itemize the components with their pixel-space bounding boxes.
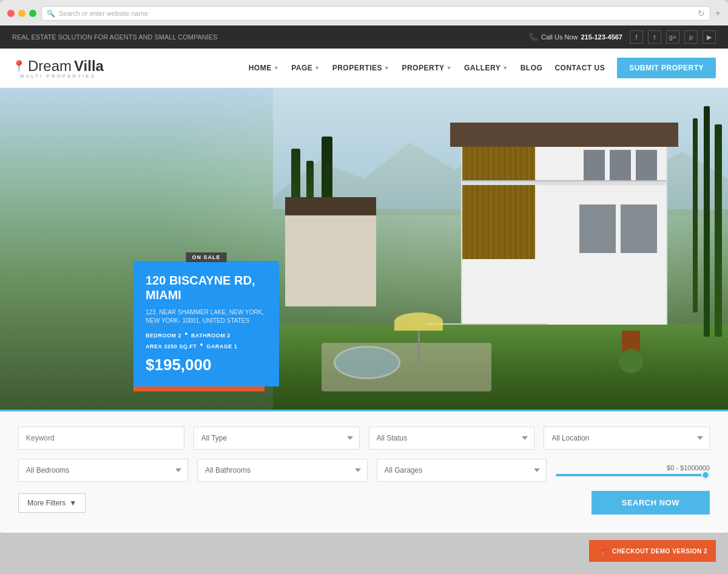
garage-label: GARAGE 1 <box>206 343 237 349</box>
plant-pot <box>622 331 643 373</box>
on-sale-badge: ON SALE <box>186 252 226 262</box>
checkout-demo-button[interactable]: 📍 CHECKOUT DEMO VERSION 2 <box>589 540 716 562</box>
facebook-icon[interactable]: f <box>630 30 643 44</box>
close-dot[interactable] <box>7 10 15 17</box>
nav-contact-us[interactable]: CONTACT US <box>554 64 605 72</box>
nav-home[interactable]: HOME ▼ <box>249 64 279 72</box>
area-feature: AREA 3250 SQ.FT <box>146 343 197 349</box>
property-title: 120 BISCAYNE RD, MIAMI <box>146 273 267 302</box>
bamboo-2 <box>704 106 710 337</box>
search-section: All Type House Apartment Office Land All… <box>0 410 728 533</box>
twitter-icon[interactable]: t <box>648 30 661 44</box>
search-row-1: All Type House Apartment Office Land All… <box>18 427 710 450</box>
nav-home-arrow: ▼ <box>274 65 279 71</box>
balcony <box>462 180 666 185</box>
price-range-container: $0 - $1000000 <box>556 464 710 476</box>
browser-dots <box>7 10 36 17</box>
window-1 <box>584 150 605 180</box>
price-slider[interactable] <box>556 474 710 476</box>
minimize-dot[interactable] <box>18 10 25 17</box>
logo-subtitle: MULTI PROPERTIES <box>12 73 104 79</box>
browser-titlebar: 🔍 Search or enter website name ↻ + <box>0 6 728 25</box>
property-card: ON SALE 120 BISCAYNE RD, MIAMI 123, NEAR… <box>133 261 279 387</box>
window-2 <box>610 150 631 180</box>
umbrella-pole <box>418 331 420 361</box>
area-label: AREA 3250 SQ.FT <box>146 343 197 349</box>
feature-separator-1 <box>185 333 187 335</box>
window-3 <box>636 150 657 180</box>
logo-main: 📍 DreamVilla <box>12 58 104 75</box>
more-filters-arrow: ▼ <box>69 499 76 507</box>
garages-select[interactable]: All Garages 123+ <box>377 459 547 482</box>
bamboo-1 <box>715 124 722 337</box>
nav-properties-arrow: ▼ <box>384 65 389 71</box>
phone-icon: 📞 <box>529 33 538 41</box>
more-filters-button[interactable]: More Filters ▼ <box>18 493 86 513</box>
plant-foliage <box>619 349 643 373</box>
nav-blog[interactable]: BLOG <box>521 64 543 72</box>
property-price: $195,000 <box>146 356 267 374</box>
keyword-input[interactable] <box>18 427 184 450</box>
bathrooms-select[interactable]: All Bathrooms 1234+ <box>197 459 367 482</box>
location-select[interactable]: All Location New York Miami Los Angeles <box>544 427 710 450</box>
secondary-building <box>285 209 376 306</box>
youtube-icon[interactable]: ▶ <box>703 30 716 44</box>
umbrella-top <box>394 312 443 331</box>
browser-chrome: 🔍 Search or enter website name ↻ + <box>0 0 728 25</box>
phone-number[interactable]: 215-123-4567 <box>581 33 622 41</box>
nav-links: HOME ▼ PAGE ▼ PROPERTIES ▼ PROPERTY ▼ GA… <box>249 58 716 78</box>
nav-gallery[interactable]: GALLERY ▼ <box>464 64 508 72</box>
house-body <box>461 137 667 331</box>
main-nav: 📍 DreamVilla MULTI PROPERTIES HOME ▼ PAG… <box>0 49 728 88</box>
reload-icon[interactable]: ↻ <box>698 8 705 18</box>
search-now-button[interactable]: SEARCH NOW <box>592 491 710 515</box>
bedrooms-select[interactable]: All Bedrooms 12345+ <box>18 459 188 482</box>
large-window-2 <box>621 204 657 253</box>
new-tab-icon[interactable]: + <box>715 8 721 19</box>
feature-separator-2 <box>200 343 203 346</box>
wood-facade <box>462 138 535 259</box>
nav-properties[interactable]: PROPERTIES ▼ <box>332 64 390 72</box>
checkout-pin-icon: 📍 <box>598 546 608 556</box>
top-bar: REAL ESTATE SOLUTION FOR AGENTS AND SMAL… <box>0 25 728 49</box>
secondary-roof <box>285 197 376 215</box>
upper-windows <box>584 150 657 180</box>
umbrella <box>394 312 443 361</box>
checkout-demo-label: CHECKOUT DEMO VERSION 2 <box>612 548 707 555</box>
call-label: Call Us Now <box>541 33 578 41</box>
nav-property-arrow: ▼ <box>446 65 451 71</box>
nav-gallery-arrow: ▼ <box>502 65 508 71</box>
social-icons: f t g+ p ▶ <box>630 30 716 44</box>
logo-dream: Dream <box>28 58 72 75</box>
search-row-bottom: More Filters ▼ SEARCH NOW <box>18 491 710 515</box>
type-select[interactable]: All Type House Apartment Office Land <box>194 427 360 450</box>
bedroom-label: BEDROOM 2 <box>146 333 181 339</box>
logo-pin-icon: 📍 <box>12 59 25 73</box>
bedroom-feature: BEDROOM 2 <box>146 333 181 339</box>
pinterest-icon[interactable]: p <box>684 30 698 44</box>
property-features-2: AREA 3250 SQ.FT GARAGE 1 <box>146 343 267 349</box>
more-filters-label: More Filters <box>27 499 66 507</box>
top-bar-right: 📞 Call Us Now 215-123-4567 f t g+ p ▶ <box>529 30 716 44</box>
maximize-dot[interactable] <box>29 10 36 17</box>
bathroom-label: BATHROOM 2 <box>191 333 231 339</box>
property-features: BEDROOM 2 BATHROOM 2 <box>146 333 267 339</box>
search-row-2: All Bedrooms 12345+ All Bathrooms 1234+ … <box>18 459 710 482</box>
address-bar[interactable]: 🔍 Search or enter website name ↻ <box>41 6 710 21</box>
hero-section: ON SALE 120 BISCAYNE RD, MIAMI 123, NEAR… <box>0 88 728 410</box>
property-address: 123, NEAR SHAMMER LAKE, NEW YORK, NEW YO… <box>146 308 267 325</box>
website-container: REAL ESTATE SOLUTION FOR AGENTS AND SMAL… <box>0 25 728 533</box>
submit-property-button[interactable]: SUBMIT PROPERTY <box>617 58 716 78</box>
garage-feature: GARAGE 1 <box>206 343 237 349</box>
bamboo-3 <box>693 118 698 312</box>
search-icon: 🔍 <box>47 10 55 18</box>
status-select[interactable]: All Status For Sale For Rent Sold <box>369 427 535 450</box>
nav-page[interactable]: PAGE ▼ <box>291 64 320 72</box>
nav-property[interactable]: PROPERTY ▼ <box>402 64 451 72</box>
address-text: Search or enter website name <box>59 10 148 17</box>
nav-page-arrow: ▼ <box>314 65 320 71</box>
googleplus-icon[interactable]: g+ <box>666 30 679 44</box>
bathroom-feature: BATHROOM 2 <box>191 333 231 339</box>
large-window-1 <box>579 204 616 253</box>
logo[interactable]: 📍 DreamVilla MULTI PROPERTIES <box>12 58 104 79</box>
